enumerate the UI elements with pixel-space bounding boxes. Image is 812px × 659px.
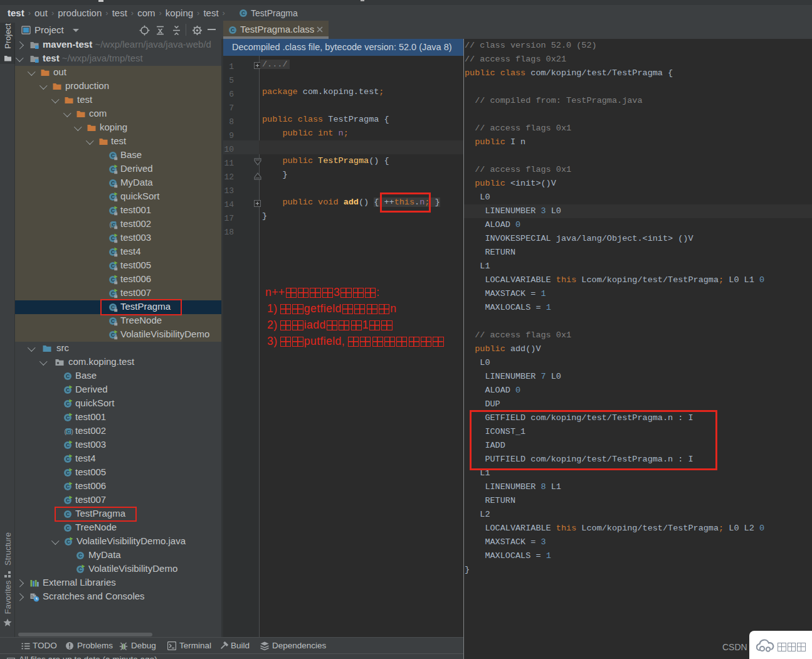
svg-text:C: C bbox=[66, 429, 70, 435]
svg-text:C: C bbox=[111, 332, 115, 338]
svg-text:C: C bbox=[111, 180, 115, 186]
svg-text:C: C bbox=[241, 10, 245, 16]
svg-text:C: C bbox=[78, 566, 82, 572]
svg-text:C: C bbox=[66, 456, 70, 462]
svg-text:C: C bbox=[231, 27, 235, 33]
svg-text:C: C bbox=[66, 373, 70, 379]
svg-text:C: C bbox=[111, 152, 115, 159]
svg-text:C: C bbox=[111, 290, 115, 297]
svg-text:): ) bbox=[71, 428, 73, 435]
svg-text:C: C bbox=[66, 401, 70, 407]
svg-text:C: C bbox=[111, 208, 115, 214]
svg-text:C: C bbox=[111, 194, 115, 200]
svg-text:C: C bbox=[66, 442, 70, 448]
svg-text:C: C bbox=[111, 166, 115, 172]
svg-text:C: C bbox=[78, 552, 82, 559]
svg-text:C: C bbox=[111, 263, 115, 269]
svg-text:C: C bbox=[111, 235, 115, 241]
svg-text:C: C bbox=[66, 525, 70, 531]
svg-text:C: C bbox=[111, 277, 115, 283]
svg-text:C: C bbox=[66, 497, 70, 503]
svg-text:C: C bbox=[66, 483, 70, 490]
svg-text:C: C bbox=[66, 414, 70, 421]
svg-text:C: C bbox=[66, 470, 70, 476]
svg-text:C: C bbox=[66, 539, 70, 545]
svg-text:C: C bbox=[111, 318, 115, 324]
svg-text:C: C bbox=[66, 387, 70, 393]
svg-text:C: C bbox=[111, 249, 115, 255]
